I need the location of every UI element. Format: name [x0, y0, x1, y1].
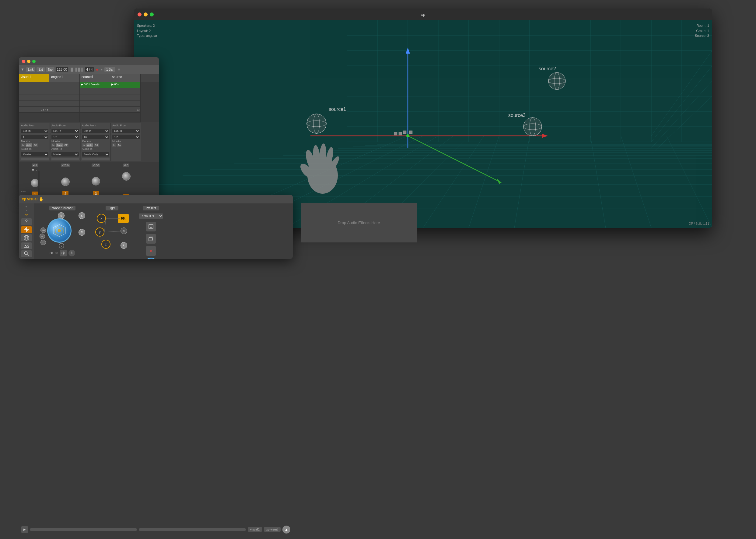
monitor-au-4[interactable]: Au — [117, 143, 122, 147]
globe-icon-btn[interactable] — [21, 234, 32, 241]
fader-area: -Inf 0 1 S — [19, 162, 159, 197]
l-control[interactable]: L — [120, 242, 127, 249]
monitor-in-4[interactable]: In — [112, 143, 116, 147]
audio-from-select-4[interactable]: Ext. In — [112, 129, 140, 133]
monitor-in-3[interactable]: In — [82, 143, 86, 147]
xp-max-btn[interactable] — [150, 13, 154, 17]
fader-knob-4[interactable] — [122, 172, 131, 181]
info-icon-btn[interactable]: ℹ — [68, 250, 75, 257]
world-sphere[interactable] — [47, 218, 72, 243]
x-control[interactable]: x — [97, 214, 106, 223]
audio-to-select-2[interactable]: Master — [51, 152, 79, 157]
clip-slot[interactable] — [80, 94, 110, 101]
clip-slot[interactable] — [19, 94, 49, 101]
audio-from-select-1[interactable]: Ext. In — [21, 129, 48, 133]
clip-slot[interactable] — [80, 101, 110, 107]
clip-slot[interactable] — [49, 101, 79, 107]
time-sig-display[interactable]: 4 / 4 — [85, 67, 94, 72]
fader-knob-3[interactable] — [92, 177, 100, 186]
preset-delete-btn[interactable]: ✕ — [146, 246, 156, 256]
monitor-in-1[interactable]: In — [21, 143, 25, 147]
play-btn[interactable]: ▶ — [21, 526, 28, 533]
clip-slot[interactable] — [80, 88, 110, 94]
audio-sub-select-1[interactable]: 1 — [21, 135, 48, 139]
track-header-source2[interactable]: source — [110, 74, 141, 82]
bpm-display[interactable]: 118.00 — [56, 67, 68, 72]
image-icon-btn[interactable] — [21, 242, 32, 249]
active-clip-source2[interactable]: ▶ 80s — [110, 82, 140, 88]
preset-save-btn[interactable] — [146, 222, 156, 231]
active-clip-source1[interactable]: ▶ 0001 5-Audio — [80, 82, 110, 88]
ableton-close-btn[interactable] — [22, 60, 25, 63]
bar-button[interactable]: 1 Bar — [104, 67, 115, 72]
source1-clips: ▶ 0001 5-Audio — [80, 82, 110, 122]
ableton-min-btn[interactable] — [27, 60, 31, 63]
z-control[interactable]: z — [102, 240, 110, 249]
monitor-off-1[interactable]: Off — [33, 143, 38, 147]
mixer-channel-3: Audio From Ext. In 1/2 Monitor In Auto O… — [81, 123, 111, 161]
monitor-in-2[interactable]: In — [51, 143, 55, 147]
s-node[interactable]: S — [58, 212, 65, 219]
eye-icon-btn[interactable] — [60, 250, 67, 257]
o-node[interactable]: O — [59, 243, 64, 249]
link-button[interactable]: Link — [26, 67, 35, 72]
preset-copy-btn[interactable] — [146, 234, 156, 244]
clip-slot[interactable] — [49, 82, 79, 88]
axis-icon-btn[interactable] — [21, 226, 32, 233]
monitor-btns-4: In Au — [112, 143, 140, 147]
clip-slot[interactable] — [110, 94, 140, 101]
sm-node[interactable]: SM — [40, 227, 46, 233]
clip-slot[interactable] — [19, 82, 49, 88]
audio-sub-select-2[interactable]: 1/2 — [51, 135, 79, 139]
mixer-channel-2: Audio From Ext. In 1/2 Monitor In Auto O… — [50, 123, 80, 161]
bottom-bar: ▶ visual1 xp.visual ▲ — [19, 524, 293, 535]
drop-audio-area[interactable]: Drop Audio Effects Here — [301, 203, 417, 242]
monitor-auto-3[interactable]: Auto — [87, 143, 93, 147]
audio-sub-select-3[interactable]: 1/2 — [82, 135, 109, 139]
fader-3[interactable] — [91, 168, 101, 190]
clip-slot[interactable] — [49, 88, 79, 94]
r-control[interactable]: R — [120, 227, 127, 234]
fader-1[interactable] — [31, 171, 39, 190]
monitor-label-4: Monitor — [112, 140, 140, 143]
l-node-top[interactable]: L — [79, 212, 85, 219]
audio-from-select-2[interactable]: Ext. In — [51, 129, 79, 133]
sphere-preset-btn[interactable] — [145, 258, 157, 259]
world-num-30: 30 — [50, 252, 53, 255]
y-control[interactable]: y — [95, 227, 104, 237]
presets-dropdown[interactable]: default ▼ — [139, 213, 163, 219]
clip-slot[interactable] — [110, 88, 140, 94]
tap-button[interactable]: Tap — [46, 67, 54, 72]
track-header-engine1[interactable]: engine1 — [49, 74, 80, 82]
monitor-auto-1[interactable]: Auto — [26, 143, 32, 147]
monitor-auto-2[interactable]: Auto — [56, 143, 63, 147]
ableton-max-btn[interactable] — [32, 60, 35, 63]
track-header-source1[interactable]: source1 — [80, 74, 110, 82]
ext-button[interactable]: Ext — [36, 67, 44, 72]
search-icon-btn[interactable] — [21, 250, 32, 257]
audio-sub-select-4[interactable]: 1/2 — [112, 135, 140, 139]
monitor-off-3[interactable]: Off — [94, 143, 99, 147]
clip-slot[interactable] — [19, 101, 49, 107]
fader-knob-2[interactable] — [61, 178, 70, 186]
r-node[interactable]: R — [79, 229, 85, 236]
xp-close-btn[interactable] — [138, 13, 142, 17]
monitor-btns-2: In Auto Off — [51, 143, 79, 147]
monitor-off-2[interactable]: Off — [63, 143, 68, 147]
value-display[interactable]: 66. — [118, 214, 129, 223]
audio-from-select-3[interactable]: Ext. In — [82, 129, 109, 133]
track-header-visual1[interactable]: visual1 — [19, 74, 49, 82]
clip-slot[interactable] — [49, 94, 79, 101]
l-node-left[interactable]: L — [40, 240, 46, 245]
clip-slot[interactable] — [110, 101, 140, 107]
audio-to-select-1[interactable]: Master — [21, 152, 48, 157]
clip-slot[interactable] — [19, 88, 49, 94]
upload-btn[interactable]: ▲ — [282, 526, 290, 533]
help-icon-btn[interactable]: ? — [21, 218, 32, 225]
audio-to-select-3[interactable]: Sends Only — [82, 152, 109, 157]
fader-2[interactable] — [61, 168, 70, 190]
xp-min-btn[interactable] — [144, 13, 148, 17]
collapse-arrow-icon: ▼ — [21, 67, 24, 72]
m-node[interactable]: M — [39, 234, 45, 239]
fader-4[interactable] — [122, 168, 131, 193]
